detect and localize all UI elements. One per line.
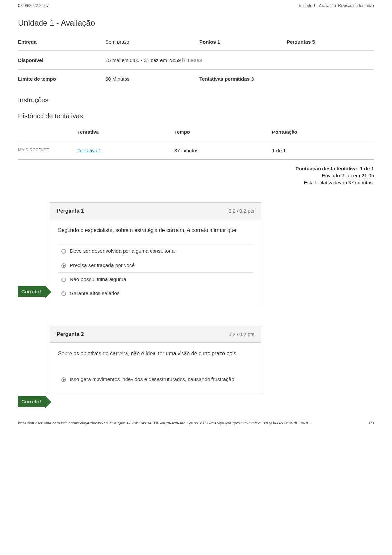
question-1: Pergunta 1 0,2 / 0,2 pts Segundo o espec… <box>50 202 261 308</box>
label-due: Entrega <box>18 39 37 44</box>
attempt-header-blank <box>18 123 77 141</box>
label-attempts: Tentativas permitidas <box>199 76 250 82</box>
q2-title: Pergunta 2 <box>57 331 84 337</box>
value-timelimit: 60 Minutos <box>105 76 129 82</box>
quiz-details-table: Entrega Sem prazo Pontos 1 Perguntas 5 D… <box>18 32 374 88</box>
attempt-history-table: Tentativa Tempo Pontuação MAIS RECENTE T… <box>18 123 374 160</box>
attempt-link[interactable]: Tentativa 1 <box>77 148 101 153</box>
score-line: Pontuação desta tentativa: 1 de 1 <box>18 166 374 171</box>
q1-answer-0-label: Deve ser desenvolvida por alguma consult… <box>70 248 175 254</box>
q1-text: Segundo o especialista, sobre a estratég… <box>58 227 253 234</box>
q2-text: Sobre os objetivos de carreira, não é id… <box>58 350 253 357</box>
q1-answer-2-label: Não possui trilha alguma <box>70 277 126 282</box>
attempt-header-time: Tempo <box>174 123 272 141</box>
q1-answer-2[interactable]: Não possui trilha alguma <box>58 272 253 286</box>
q1-answer-1[interactable]: Precisa ser traçada por você <box>58 258 253 272</box>
correct-flag: Correto! <box>18 396 45 407</box>
attempt-header-attempt: Tentativa <box>77 123 174 141</box>
q1-title: Pergunta 1 <box>57 208 84 214</box>
value-available-note: 8 meses <box>182 57 202 63</box>
label-questions: Perguntas <box>287 39 311 44</box>
q1-points: 0,2 / 0,2 pts <box>229 208 254 214</box>
q2-points: 0,2 / 0,2 pts <box>229 331 254 337</box>
page-timestamp: 02/06/2022 21:07 <box>18 3 49 8</box>
q1-answer-3-label: Garante altos salários <box>70 290 120 296</box>
page-breadcrumb: Unidade 1 - Avaliação: Revisão da tentat… <box>297 3 374 8</box>
radio-unchecked-icon <box>61 249 66 254</box>
radio-checked-icon <box>61 263 66 268</box>
attempt-row-score: 1 de 1 <box>272 141 374 160</box>
attempt-row-latest: MAIS RECENTE <box>18 141 77 160</box>
attempt-row-time: 37 minutos <box>174 141 272 160</box>
radio-unchecked-icon <box>61 278 66 282</box>
instructions-heading: Instruções <box>18 96 374 104</box>
label-available: Disponível <box>18 57 43 63</box>
page-number: 1/3 <box>368 421 374 425</box>
attempt-header-score: Pontuação <box>272 123 374 141</box>
value-questions: 5 <box>312 39 315 44</box>
q1-answer-1-label: Precisa ser traçada por você <box>70 262 135 268</box>
label-points: Pontos <box>199 39 216 44</box>
q2-answer-0[interactable]: Isso gera movimentos indevidos e desestr… <box>58 372 253 386</box>
value-points: 1 <box>217 39 220 44</box>
q1-answer-3[interactable]: Garante altos salários <box>58 286 253 300</box>
duration-line: Esta tentativa levou 37 minutos. <box>18 180 374 185</box>
value-available: 15 mai em 0:00 - 31 dez em 23:59 <box>105 57 181 63</box>
footer-url: https://student.ulife.com.br/ContentPlay… <box>18 421 312 425</box>
correct-flag: Correto! <box>18 286 45 297</box>
q2-answer-0-label: Isso gera movimentos indevidos e desestr… <box>70 376 234 382</box>
attempt-history-heading: Histórico de tentativas <box>18 112 374 120</box>
q1-answer-0[interactable]: Deve ser desenvolvida por alguma consult… <box>58 244 253 258</box>
radio-checked-icon <box>61 377 66 382</box>
submitted-line: Enviado 2 jun em 21:05 <box>18 173 374 178</box>
question-2: Pergunta 2 0,2 / 0,2 pts Sobre os objeti… <box>50 326 261 394</box>
value-attempts: 3 <box>251 76 254 82</box>
label-timelimit: Limite de tempo <box>18 76 56 82</box>
value-due: Sem prazo <box>105 39 129 44</box>
radio-unchecked-icon <box>61 291 66 296</box>
quiz-title: Unidade 1 - Avaliação <box>18 8 374 29</box>
